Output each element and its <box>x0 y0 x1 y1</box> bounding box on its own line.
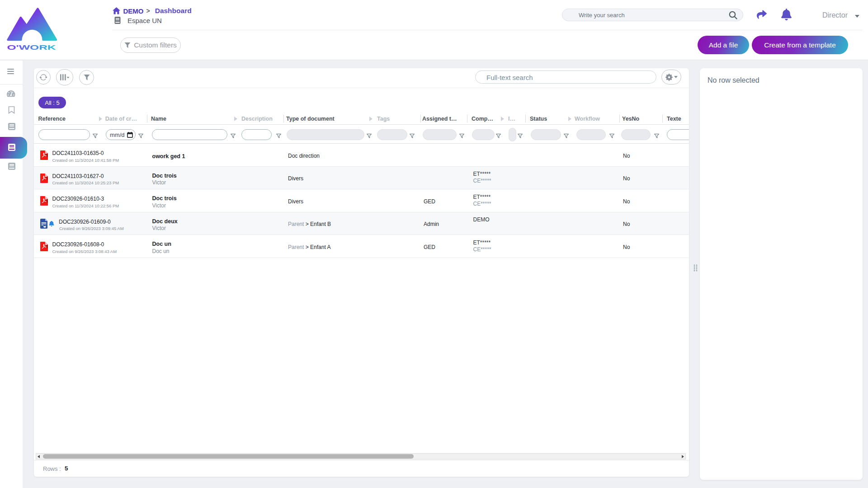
svg-text:O'WORK: O'WORK <box>7 44 56 51</box>
